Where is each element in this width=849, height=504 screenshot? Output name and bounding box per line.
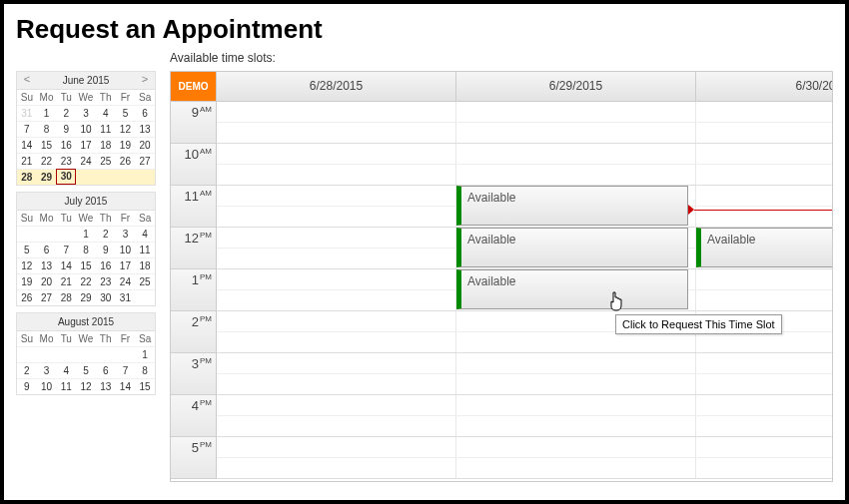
mini-calendar-day[interactable]: 17 — [76, 137, 96, 153]
mini-calendar-day[interactable]: 18 — [96, 137, 116, 153]
mini-calendar-day[interactable]: 24 — [116, 273, 136, 289]
mini-calendar-day[interactable]: 14 — [56, 257, 76, 273]
mini-calendar-day[interactable]: 29 — [37, 169, 57, 185]
time-slot[interactable] — [217, 290, 456, 310]
time-slot[interactable] — [696, 123, 833, 143]
time-slot[interactable] — [456, 165, 696, 185]
mini-calendar-day[interactable]: 15 — [135, 378, 155, 394]
mini-calendar-day[interactable]: 3 — [116, 226, 136, 242]
mini-calendar-day[interactable]: 11 — [135, 242, 155, 257]
time-slot[interactable] — [696, 395, 833, 415]
mini-calendar-day[interactable]: 31 — [17, 105, 37, 121]
mini-calendar-day[interactable]: 11 — [56, 378, 76, 394]
time-slot[interactable] — [696, 332, 833, 352]
mini-calendar-day[interactable]: 21 — [56, 273, 76, 289]
time-slot[interactable] — [696, 458, 833, 478]
mini-calendar-day[interactable]: 20 — [135, 137, 155, 153]
mini-calendar-day[interactable]: 11 — [96, 121, 116, 137]
time-slot[interactable] — [217, 311, 456, 331]
time-slot[interactable] — [217, 353, 456, 373]
mini-calendar-day[interactable]: 8 — [37, 121, 57, 137]
mini-calendar-day[interactable]: 3 — [76, 105, 96, 121]
time-slot[interactable] — [217, 102, 456, 122]
mini-calendar-day[interactable]: 1 — [76, 226, 96, 242]
mini-calendar-day[interactable]: 13 — [96, 378, 116, 394]
mini-calendar-day[interactable]: 30 — [56, 169, 76, 185]
mini-calendar-day[interactable]: 19 — [116, 137, 136, 153]
mini-calendar-day[interactable]: 13 — [135, 121, 155, 137]
time-slot[interactable] — [696, 269, 833, 289]
mini-calendar-day[interactable]: 5 — [17, 242, 37, 257]
available-slot[interactable]: Available — [456, 228, 688, 267]
time-slot[interactable] — [217, 458, 456, 478]
mini-calendar-day[interactable]: 6 — [135, 105, 155, 121]
time-slot[interactable] — [217, 269, 456, 289]
mini-calendar-day[interactable]: 4 — [96, 105, 116, 121]
mini-calendar-day[interactable]: 7 — [56, 242, 76, 257]
time-slot[interactable] — [217, 207, 456, 227]
available-slot[interactable]: Available — [456, 269, 688, 309]
time-slot[interactable] — [217, 437, 456, 457]
mini-calendar-day[interactable]: 10 — [76, 121, 96, 137]
time-slot[interactable] — [217, 395, 456, 415]
mini-calendar-day[interactable]: 9 — [56, 121, 76, 137]
time-slot[interactable] — [456, 416, 696, 436]
grid-row[interactable] — [217, 123, 833, 144]
available-slot[interactable]: Available — [696, 228, 833, 267]
mini-calendar-day[interactable]: 2 — [17, 362, 37, 378]
mini-calendar-day[interactable]: 27 — [37, 289, 57, 305]
mini-calendar-day[interactable]: 16 — [56, 137, 76, 153]
available-slot[interactable]: Available — [456, 186, 688, 226]
time-slot[interactable] — [696, 290, 833, 310]
mini-calendar-day[interactable]: 22 — [37, 153, 57, 169]
mini-calendar-day[interactable]: 5 — [76, 362, 96, 378]
mini-calendar-day[interactable]: 8 — [135, 362, 155, 378]
grid-row[interactable] — [217, 102, 833, 123]
grid-row[interactable] — [217, 395, 833, 416]
time-slot[interactable] — [456, 374, 696, 394]
mini-calendar-day[interactable]: 4 — [56, 362, 76, 378]
mini-calendar-day[interactable]: 23 — [56, 153, 76, 169]
prev-month-button[interactable]: < — [19, 73, 35, 85]
time-slot[interactable] — [696, 374, 833, 394]
mini-calendar-day[interactable]: 31 — [116, 289, 136, 305]
time-slot[interactable] — [456, 353, 696, 373]
grid-row[interactable] — [217, 165, 833, 186]
mini-calendar-day[interactable]: 6 — [37, 242, 57, 257]
mini-calendar-day[interactable]: 7 — [17, 121, 37, 137]
time-slot[interactable] — [456, 395, 696, 415]
mini-calendar-day[interactable]: 2 — [96, 226, 116, 242]
grid-row[interactable] — [217, 416, 833, 437]
mini-calendar-day[interactable]: 13 — [37, 257, 57, 273]
mini-calendar-day[interactable]: 2 — [56, 105, 76, 121]
mini-calendar-day[interactable]: 9 — [96, 242, 116, 257]
time-slot[interactable] — [456, 102, 696, 122]
mini-calendar-day[interactable]: 30 — [96, 289, 116, 305]
time-slot[interactable] — [696, 353, 833, 373]
mini-calendar-day[interactable]: 25 — [96, 153, 116, 169]
mini-calendar-day[interactable]: 1 — [37, 105, 57, 121]
mini-calendar-day[interactable]: 29 — [76, 289, 96, 305]
mini-calendar-day[interactable]: 17 — [116, 257, 136, 273]
mini-calendar-day[interactable]: 24 — [76, 153, 96, 169]
mini-calendar-day[interactable]: 10 — [116, 242, 136, 257]
mini-calendar-day[interactable]: 26 — [17, 289, 37, 305]
time-slot[interactable] — [456, 437, 696, 457]
mini-calendar-day[interactable]: 15 — [37, 137, 57, 153]
grid-row[interactable] — [217, 353, 833, 374]
time-slot[interactable] — [696, 416, 833, 436]
time-slot[interactable] — [217, 186, 456, 206]
mini-calendar-day[interactable]: 27 — [135, 153, 155, 169]
mini-calendar-day[interactable]: 26 — [116, 153, 136, 169]
mini-calendar-day[interactable]: 4 — [135, 226, 155, 242]
mini-calendar-day[interactable]: 20 — [37, 273, 57, 289]
mini-calendar-day[interactable]: 10 — [37, 378, 57, 394]
time-slot[interactable] — [696, 102, 833, 122]
time-slot[interactable] — [456, 332, 696, 352]
time-slot[interactable] — [217, 249, 456, 268]
time-slot[interactable] — [696, 144, 833, 164]
grid-row[interactable] — [217, 437, 833, 458]
time-slot[interactable] — [456, 458, 696, 478]
schedule-grid[interactable]: AvailableAvailableAvailableAvailable Cli… — [217, 102, 833, 479]
mini-calendar-day[interactable]: 6 — [96, 362, 116, 378]
